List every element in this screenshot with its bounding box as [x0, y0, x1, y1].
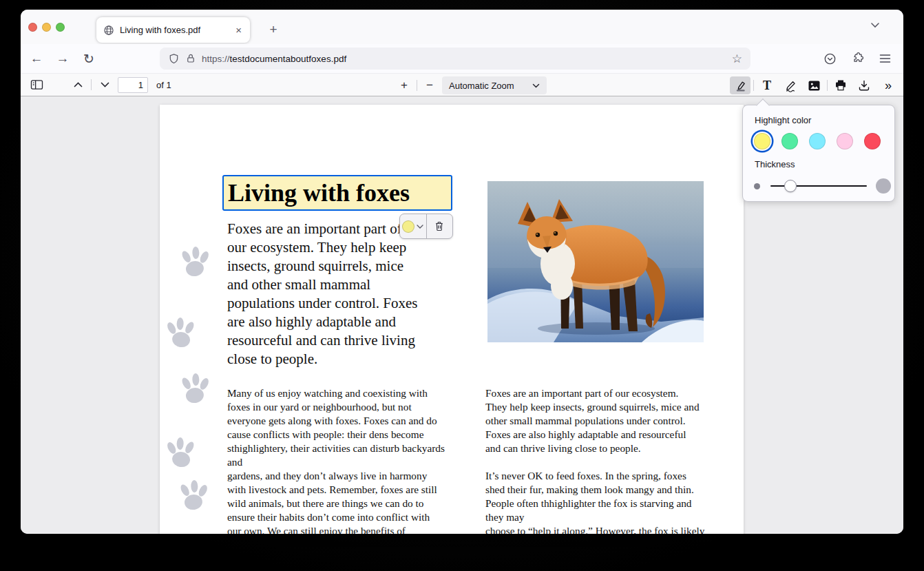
url-bar[interactable]: https://testdocumentaboutfoxes.pdf ☆: [160, 48, 750, 70]
fox-photo: [487, 181, 704, 342]
highlighter-icon: [734, 79, 747, 92]
left-column-paragraph: Many of us enjoy watching and coexisting…: [227, 386, 485, 534]
color-swatch-yellow[interactable]: [754, 133, 770, 149]
color-swatch-pink[interactable]: [837, 133, 853, 149]
thickness-slider[interactable]: [770, 185, 867, 187]
next-page-chevron-icon[interactable]: [96, 76, 114, 93]
editor-color-dot: [402, 220, 414, 233]
globe-icon: [103, 25, 114, 36]
paw-print-icon: [165, 435, 198, 470]
highlight-color-picker-button[interactable]: [400, 214, 426, 238]
chevron-down-icon: [417, 225, 423, 229]
lock-icon[interactable]: [185, 53, 196, 64]
navigation-bar: ← → ↻ https://testdocumentaboutfoxes.pdf…: [21, 44, 903, 73]
zoom-select-dropdown[interactable]: Automatic Zoom: [442, 76, 547, 94]
text-tool-icon: T: [763, 79, 771, 93]
tab-living-with-foxes[interactable]: Living with foxes.pdf ×: [96, 17, 250, 43]
paw-print-icon: [178, 245, 212, 279]
more-tools-button[interactable]: »: [877, 76, 898, 94]
new-tab-button[interactable]: +: [263, 19, 284, 40]
color-swatch-row: [754, 133, 894, 149]
pdf-toolbar: of 1 + − Automatic Zoom T: [21, 73, 903, 96]
page-count-label: of 1: [156, 80, 171, 90]
extensions-puzzle-icon[interactable]: [847, 48, 868, 69]
save-button[interactable]: [854, 76, 874, 94]
thickness-label: Thickness: [755, 159, 894, 169]
browser-window: Living with foxes.pdf × + ← → ↻: [21, 10, 903, 534]
thickness-slider-thumb[interactable]: [784, 180, 797, 192]
color-swatch-blue[interactable]: [809, 133, 826, 149]
printer-icon: [834, 79, 847, 92]
panel-caret: [756, 98, 770, 112]
paw-print-icon: [165, 315, 198, 350]
window-controls: [28, 23, 65, 32]
chevron-down-icon: [532, 83, 540, 88]
color-swatch-green[interactable]: [781, 133, 798, 149]
thickness-max-dot: [876, 178, 891, 194]
list-all-tabs-chevron-icon[interactable]: [870, 22, 880, 28]
highlight-editor-toolbar: [399, 214, 453, 239]
paw-print-icon: [177, 478, 211, 512]
double-chevron-icon: »: [885, 79, 890, 93]
print-button[interactable]: [830, 76, 851, 94]
pen-icon: [784, 79, 797, 92]
bookmark-star-icon[interactable]: ☆: [732, 52, 742, 66]
fullscreen-window-button[interactable]: [56, 23, 65, 32]
pocket-icon[interactable]: [819, 48, 840, 69]
previous-page-chevron-icon[interactable]: [69, 76, 87, 93]
back-icon[interactable]: ←: [26, 48, 47, 69]
forward-icon[interactable]: →: [52, 48, 73, 69]
image-icon: [808, 80, 821, 92]
image-tool-button[interactable]: [804, 76, 824, 94]
minimize-window-button[interactable]: [42, 23, 51, 32]
highlight-settings-panel: Highlight color Thickness: [742, 105, 895, 202]
close-tab-icon[interactable]: ×: [234, 24, 243, 36]
color-swatch-red[interactable]: [864, 133, 881, 149]
pdf-viewer: Living with foxes Foxes are an important…: [21, 96, 903, 534]
delete-highlight-button[interactable]: [427, 214, 453, 238]
text-tool-button[interactable]: T: [757, 76, 777, 94]
page-number-input[interactable]: [118, 77, 148, 93]
zoom-in-icon[interactable]: +: [396, 79, 412, 92]
reload-icon[interactable]: ↻: [78, 48, 99, 69]
url-scheme: https://: [202, 54, 230, 64]
document-title-text: Living with foxes: [228, 178, 410, 207]
right-column-paragraph-1: Foxes are an important part of our ecosy…: [485, 386, 744, 455]
tracking-shield-icon[interactable]: [168, 53, 180, 65]
close-window-button[interactable]: [28, 23, 37, 32]
zoom-level-label: Automatic Zoom: [449, 81, 514, 91]
menu-hamburger-icon[interactable]: [874, 48, 895, 69]
highlight-tool-button[interactable]: [730, 76, 750, 94]
draw-tool-button[interactable]: [780, 76, 801, 94]
thickness-min-dot: [754, 183, 760, 189]
highlighted-title[interactable]: Living with foxes: [222, 175, 452, 211]
tab-bar: Living with foxes.pdf × +: [21, 10, 903, 44]
zoom-out-icon[interactable]: −: [421, 79, 438, 92]
right-column-paragraph-2: It’s never OK to feed foxes. In the spri…: [485, 469, 744, 534]
trash-icon: [434, 220, 445, 232]
toggle-sidebar-icon[interactable]: [28, 76, 45, 93]
url-text: https://testdocumentaboutfoxes.pdf: [202, 54, 346, 64]
thickness-row: [754, 178, 894, 194]
tab-title: Living with foxes.pdf: [120, 25, 229, 35]
intro-paragraph: Foxes are an important part of our ecosy…: [227, 220, 475, 368]
url-host: testdocumentaboutfoxes.pdf: [230, 54, 347, 64]
paw-print-icon: [178, 371, 212, 406]
download-icon: [858, 79, 870, 92]
highlight-color-label: Highlight color: [755, 115, 894, 125]
